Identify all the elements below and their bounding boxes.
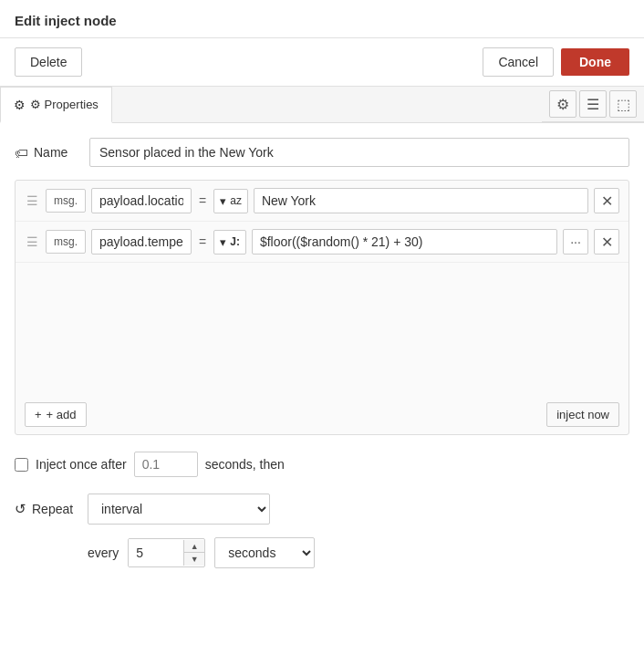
type-icon-2: J: (230, 235, 240, 248)
name-label: 🏷 Name (15, 145, 78, 161)
add-button-label: + add (47, 408, 77, 421)
main-content: 🏷 Name ☰ msg. = ▾ az ✕ ☰ (0, 123, 644, 665)
tab-properties[interactable]: ⚙ ⚙ Properties (0, 87, 112, 123)
title-bar: Edit inject node (0, 0, 644, 38)
inject-once-checkbox[interactable] (15, 458, 28, 472)
dropdown-arrow-2: ▾ (220, 235, 226, 249)
inject-once-suffix: seconds, then (205, 457, 285, 472)
equals-2: = (197, 234, 208, 249)
tab-icon-list[interactable]: ☰ (579, 90, 607, 118)
delete-button[interactable]: Delete (15, 47, 82, 77)
value-input-2[interactable] (252, 229, 557, 255)
value-input-1[interactable] (254, 188, 588, 213)
box-icon: ⬚ (617, 96, 630, 113)
every-label: every (88, 546, 119, 560)
drag-handle-1[interactable]: ☰ (25, 193, 40, 208)
more-btn-2[interactable]: ··· (563, 229, 588, 255)
repeat-label-text: Repeat (32, 502, 73, 516)
repeat-icon: ↺ (15, 501, 26, 517)
every-input-wrapper: ▲ ▼ (128, 538, 205, 567)
stepper-buttons: ▲ ▼ (183, 540, 204, 566)
properties-box: ☰ msg. = ▾ az ✕ ☰ msg. = ▾ J: (15, 180, 629, 435)
settings-icon: ⚙ (556, 96, 569, 113)
type-selector-1[interactable]: ▾ az (213, 189, 248, 213)
add-button[interactable]: + + add (25, 402, 87, 427)
page-container: Edit inject node Delete Cancel Done ⚙ ⚙ … (0, 0, 644, 665)
toolbar: Delete Cancel Done (0, 38, 644, 87)
name-row: 🏷 Name (15, 138, 629, 167)
repeat-row: ↺ Repeat interval none at a specific tim… (15, 494, 629, 525)
inject-once-label: Inject once after (36, 457, 127, 472)
type-icon-1: az (230, 194, 242, 207)
tab-icon-gear[interactable]: ⚙ (549, 90, 576, 118)
add-icon: + (35, 408, 42, 421)
msg-prefix-1: msg. (46, 189, 86, 213)
close-btn-1[interactable]: ✕ (594, 188, 619, 213)
tag-icon: 🏷 (15, 145, 28, 161)
done-button[interactable]: Done (561, 48, 629, 76)
inject-now-button[interactable]: inject now (546, 402, 619, 427)
stepper-up[interactable]: ▲ (184, 540, 204, 553)
tab-properties-label: ⚙ Properties (30, 98, 99, 111)
list-icon: ☰ (587, 96, 599, 113)
equals-1: = (197, 193, 208, 208)
prop-row-2: ☰ msg. = ▾ J: ··· ✕ (16, 222, 628, 263)
repeat-label: ↺ Repeat (15, 501, 78, 517)
inject-once-input[interactable] (134, 452, 198, 477)
close-btn-2[interactable]: ✕ (594, 229, 619, 255)
inject-once-row: Inject once after seconds, then (15, 448, 629, 481)
stepper-down[interactable]: ▼ (184, 553, 204, 566)
repeat-select[interactable]: interval none at a specific time at a sp… (88, 494, 270, 525)
every-input[interactable] (129, 539, 183, 566)
cancel-button[interactable]: Cancel (483, 47, 554, 77)
name-label-text: Name (34, 145, 68, 160)
tabs-left: ⚙ ⚙ Properties (0, 87, 542, 122)
drag-handle-2[interactable]: ☰ (25, 234, 40, 249)
box-footer: + + add inject now (16, 395, 628, 434)
prop-row-1: ☰ msg. = ▾ az ✕ (16, 181, 628, 222)
empty-space (16, 263, 628, 395)
field-input-1[interactable] (91, 188, 192, 213)
tab-icon-box[interactable]: ⬚ (609, 90, 637, 118)
gear-icon: ⚙ (14, 98, 26, 112)
tabs-right: ⚙ ☰ ⬚ (542, 87, 644, 122)
msg-prefix-2: msg. (46, 230, 86, 254)
type-selector-2[interactable]: ▾ J: (213, 230, 246, 255)
dropdown-arrow-1: ▾ (220, 194, 226, 208)
name-input[interactable] (89, 138, 629, 167)
page-title: Edit inject node (15, 13, 117, 28)
tabs-row: ⚙ ⚙ Properties ⚙ ☰ ⬚ (0, 87, 644, 123)
every-row: every ▲ ▼ seconds minutes hours days (15, 537, 629, 568)
seconds-select[interactable]: seconds minutes hours days (214, 537, 315, 568)
field-input-2[interactable] (91, 229, 192, 255)
